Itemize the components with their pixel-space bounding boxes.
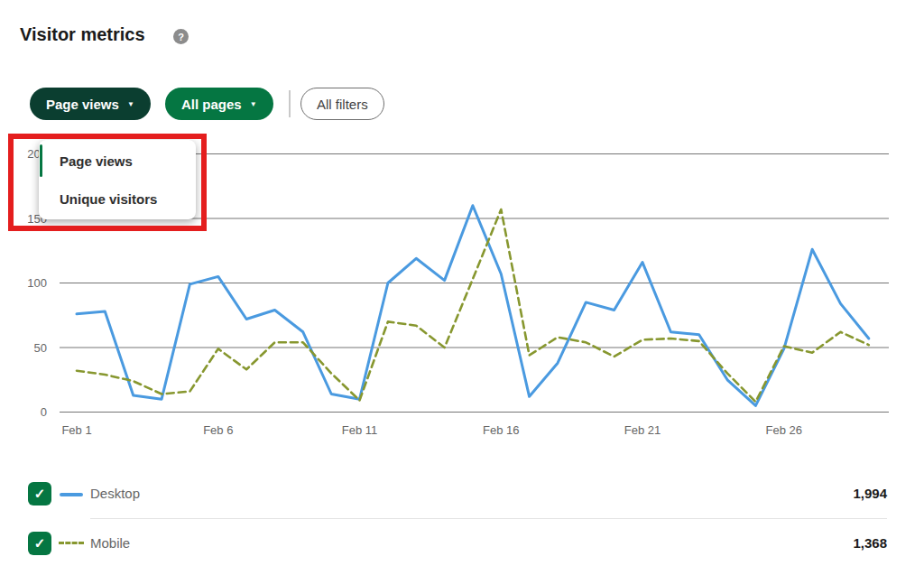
metric-dropdown-label: Page views [46, 97, 119, 112]
svg-text:Feb 6: Feb 6 [203, 423, 233, 437]
mobile-checkbox[interactable]: ✓ [28, 532, 51, 555]
desktop-legend-label: Desktop [90, 486, 140, 501]
desktop-checkbox[interactable]: ✓ [28, 482, 51, 505]
svg-text:100: 100 [27, 276, 47, 290]
svg-text:Feb 16: Feb 16 [483, 423, 519, 437]
checkmark-icon: ✓ [34, 535, 46, 552]
legend-row-mobile: ✓ Mobile 1,368 [0, 522, 924, 565]
all-filters-label: All filters [317, 97, 368, 112]
mobile-legend-label: Mobile [90, 535, 130, 551]
metric-dropdown-menu: Page views Unique visitors [39, 140, 196, 219]
svg-text:Feb 26: Feb 26 [766, 423, 802, 437]
dropdown-option-unique-visitors[interactable]: Unique visitors [39, 180, 196, 218]
dropdown-option-label: Page views [60, 153, 133, 169]
desktop-total-value: 1,994 [853, 486, 887, 501]
dropdown-option-page-views[interactable]: Page views [39, 142, 196, 180]
svg-text:Feb 11: Feb 11 [342, 423, 378, 437]
svg-text:Feb 21: Feb 21 [624, 423, 661, 437]
svg-text:0: 0 [41, 405, 47, 419]
legend-divider [90, 518, 887, 519]
page-title: Visitor metrics [20, 24, 145, 45]
help-icon[interactable]: ? [173, 29, 189, 44]
caret-down-icon: ▼ [127, 101, 134, 108]
mobile-total-value: 1,368 [853, 535, 887, 551]
pages-dropdown-button[interactable]: All pages ▼ [165, 88, 273, 120]
legend-row-desktop: ✓ Desktop 1,994 [0, 472, 924, 515]
desktop-line-sample [60, 493, 83, 496]
filter-bar-divider [289, 90, 291, 117]
visitor-metrics-panel: Visitor metrics ? Page views ▼ All pages… [0, 0, 924, 575]
mobile-line-sample [59, 542, 84, 544]
all-filters-button[interactable]: All filters [300, 88, 384, 120]
dropdown-option-label: Unique visitors [60, 191, 157, 207]
checkmark-icon: ✓ [34, 486, 46, 502]
svg-text:50: 50 [34, 341, 47, 355]
metric-dropdown-button[interactable]: Page views ▼ [30, 88, 151, 120]
svg-text:Feb 1: Feb 1 [61, 423, 91, 437]
caret-down-icon: ▼ [250, 101, 257, 108]
pages-dropdown-label: All pages [181, 97, 242, 112]
